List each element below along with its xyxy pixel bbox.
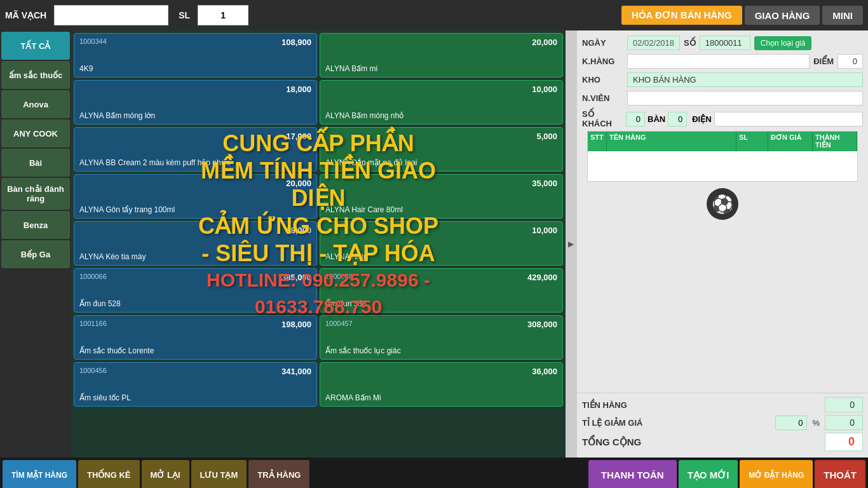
product-row: 17,000 ALYNA BB Cream 2 màu kèm puff hộp… xyxy=(74,127,563,172)
tien-hang-value: 0 xyxy=(825,397,863,412)
delivery-button[interactable]: GIAO HÀNG xyxy=(745,6,820,25)
choose-price-button[interactable]: Chọn loại giá xyxy=(754,36,812,50)
product-row: 1000066 385,000 Ấm đun 528 1000068 429,0… xyxy=(74,268,563,313)
sidebar-item-tatca[interactable]: TẤT CẢ xyxy=(1,32,70,60)
product-card-aroma-bammi[interactable]: 36,000 AROMA Bấm Mi xyxy=(320,362,563,407)
product-row: 18,000 ALYNA Bấm móng lớn 10,000 ALYNA B… xyxy=(74,80,563,125)
product-row: 20,000 ALYNA Gôn tẩy trang 100ml 35,000 … xyxy=(74,174,563,219)
product-card-alyna-bbcream[interactable]: 17,000 ALYNA BB Cream 2 màu kèm puff hộp… xyxy=(74,127,317,172)
ban-label: BÀN xyxy=(648,114,665,124)
tyle-label: TỈ LỆ GIẢM GIÁ xyxy=(582,418,642,428)
khang-row: K.HÀNG ĐIỂM 0 xyxy=(582,54,863,69)
tong-cong-value: 0 xyxy=(825,433,863,451)
product-card-alyna-haircare[interactable]: 35,000 ALYNA Hair Care 80ml xyxy=(320,174,563,219)
thanhtoan-button[interactable]: THANH TOÁN xyxy=(588,460,677,488)
khang-input[interactable] xyxy=(627,54,810,69)
product-card-alyna-bammongnho[interactable]: 10,000 ALYNA Bấm móng nhỏ xyxy=(320,80,563,125)
ngay-value: 02/02/2018 xyxy=(627,36,680,50)
product-card-alyna-nhip[interactable]: 10,000 ALYNA Nhíp xyxy=(320,221,563,266)
main-layout: TẤT CẢ ấm sắc thuốc Anova ANY COOK Bài B… xyxy=(0,30,868,458)
diem-label: ĐIỂM xyxy=(813,57,834,66)
summary-area: TIỀN HÀNG 0 TỈ LỆ GIẢM GIÁ % 0 TỔNG CỘNG… xyxy=(577,393,868,458)
invoice-info: NGÀY 02/02/2018 SỐ 18000011 Chọn loại gi… xyxy=(577,30,868,393)
nvien-label: N.VIÊN xyxy=(582,93,623,103)
thongke-button[interactable]: THỐNG KÊ xyxy=(78,460,140,488)
right-panel: NGÀY 02/02/2018 SỐ 18000011 Chọn loại gi… xyxy=(576,30,868,458)
order-table: STT TÊN HÀNG SL ĐƠN GIÁ THÀNH TIỀN xyxy=(587,131,858,182)
find-product-button[interactable]: TÌM MẶT HÀNG xyxy=(3,460,76,488)
nvien-row: N.VIÊN xyxy=(582,91,863,105)
ngay-row: NGÀY 02/02/2018 SỐ 18000011 Chọn loại gi… xyxy=(582,36,863,50)
taomoi-button[interactable]: TẠO MỚI xyxy=(679,460,738,488)
product-card-1000456[interactable]: 1000456 341,000 Ấm siêu tốc PL xyxy=(74,362,317,407)
header-buttons: HÓA ĐƠN BÁN HÀNG GIAO HÀNG MINI xyxy=(621,6,863,25)
sidebar-item-bepga[interactable]: Bếp Ga xyxy=(1,240,70,268)
tyle-input[interactable] xyxy=(775,416,807,430)
product-card-alyna-gontaytrang[interactable]: 20,000 ALYNA Gôn tẩy trang 100ml xyxy=(74,174,317,219)
thoat-button[interactable]: THOÁT xyxy=(815,460,865,488)
ngay-label: NGÀY xyxy=(582,38,623,48)
top-bar: MÃ VẠCH SL HÓA ĐƠN BÁN HÀNG GIAO HÀNG MI… xyxy=(0,0,868,30)
trahang-button[interactable]: TRẢ HÀNG xyxy=(248,460,309,488)
product-card-1001166[interactable]: 1001166 198,000 Ấm sắc thuốc Lorente xyxy=(74,315,317,360)
product-card-alyna-keotiamay[interactable]: 18,000 ALYNA Kéo tia mày xyxy=(74,221,317,266)
product-card-alyna-bammi[interactable]: 20,000 ALYNA Bấm mi xyxy=(320,33,563,78)
mini-button[interactable]: MINI xyxy=(822,6,863,25)
sidebar-item-banchai[interactable]: Bàn chải đánh răng xyxy=(1,178,70,210)
sl-input[interactable] xyxy=(198,5,248,25)
barcode-label: MÃ VẠCH xyxy=(5,10,46,20)
kho-row: KHO KHO BÁN HÀNG xyxy=(582,72,863,87)
sidebar-item-benza[interactable]: Benza xyxy=(1,211,70,239)
soccer-area: ⚽ xyxy=(582,184,863,224)
kho-label: KHO xyxy=(582,75,623,85)
nvien-input[interactable] xyxy=(627,91,863,105)
tyle-value: 0 xyxy=(825,415,863,430)
table-header: STT TÊN HÀNG SL ĐƠN GIÁ THÀNH TIỀN xyxy=(588,132,857,151)
barcode-input[interactable] xyxy=(54,5,168,25)
ban-value: 0 xyxy=(668,112,687,126)
product-card-alyna-bammonglom[interactable]: 18,000 ALYNA Bấm móng lớn xyxy=(74,80,317,125)
dien-input[interactable] xyxy=(714,112,863,126)
product-card-1000066[interactable]: 1000066 385,000 Ấm đun 528 xyxy=(74,268,317,313)
bottom-bar: TÌM MẶT HÀNG THỐNG KÊ MỞ LẠI LƯU TẠM TRẢ… xyxy=(0,458,868,488)
invoice-button[interactable]: HÓA ĐƠN BÁN HÀNG xyxy=(621,6,742,25)
sidebar: TẤT CẢ ấm sắc thuốc Anova ANY COOK Bài B… xyxy=(0,30,71,458)
scroll-arrow[interactable]: ▶ xyxy=(566,30,576,458)
bottom-bar-right: THANH TOÁN TẠO MỚI MỞ ĐẶT HÀNG THOÁT xyxy=(588,460,865,488)
so-value: 18000011 xyxy=(700,36,750,50)
tien-hang-label: TIỀN HÀNG xyxy=(582,400,627,410)
khang-label: K.HÀNG xyxy=(582,57,623,66)
molai-button[interactable]: MỞ LẠI xyxy=(142,460,189,488)
product-card-1000068[interactable]: 1000068 429,000 Ấm đun 538 xyxy=(320,268,563,313)
tong-cong-label: TỔNG CỘNG xyxy=(582,437,641,448)
pct-label: % xyxy=(812,418,820,428)
product-row: 1000456 341,000 Ấm siêu tốc PL 36,000 AR… xyxy=(74,362,563,407)
sidebar-item-bai[interactable]: Bài xyxy=(1,149,70,177)
sidebar-item-anova[interactable]: Anova xyxy=(1,90,70,118)
product-card-1000457[interactable]: 1000457 308,000 Ấm sắc thuốc lục giác xyxy=(320,315,563,360)
dien-label: ĐIỆN xyxy=(692,114,711,124)
product-row: 1001166 198,000 Ấm sắc thuốc Lorente 100… xyxy=(74,315,563,360)
sokhach-label: SỐ KHÁCH xyxy=(582,109,623,128)
luutam-button[interactable]: LƯU TẠM xyxy=(191,460,247,488)
product-row: 1000344 108,900 4K9 20,000 ALYNA Bấm mi xyxy=(74,33,563,78)
sokhach-value: 0 xyxy=(626,112,645,126)
so-label: SỐ xyxy=(684,38,696,48)
bottom-bar-left: TÌM MẶT HÀNG THỐNG KÊ MỞ LẠI LƯU TẠM TRẢ… xyxy=(3,460,587,488)
product-row: 18,000 ALYNA Kéo tia mày 10,000 ALYNA Nh… xyxy=(74,221,563,266)
product-card-1000344[interactable]: 1000344 108,900 4K9 xyxy=(74,33,317,78)
tien-hang-row: TIỀN HÀNG 0 xyxy=(582,397,863,412)
tong-cong-row: TỔNG CỘNG 0 xyxy=(582,433,863,451)
tyle-row: TỈ LỆ GIẢM GIÁ % 0 xyxy=(582,415,863,430)
sl-label: SL xyxy=(179,10,190,20)
product-area: 1000344 108,900 4K9 20,000 ALYNA Bấm mi … xyxy=(71,30,566,458)
modat-button[interactable]: MỞ ĐẶT HÀNG xyxy=(740,460,813,488)
kho-value: KHO BÁN HÀNG xyxy=(627,72,863,87)
diem-value: 0 xyxy=(837,54,863,69)
product-card-alyna-dapmattna[interactable]: 5,000 ALYNA Đắp mặt nạ đủ loại xyxy=(320,127,563,172)
sidebar-item-anycook[interactable]: ANY COOK xyxy=(1,119,70,147)
soccer-ball-icon[interactable]: ⚽ xyxy=(707,188,738,220)
sidebar-item-amsacthuoc[interactable]: ấm sắc thuốc xyxy=(1,61,70,89)
sokhach-row: SỐ KHÁCH 0 BÀN 0 ĐIỆN xyxy=(582,109,863,128)
